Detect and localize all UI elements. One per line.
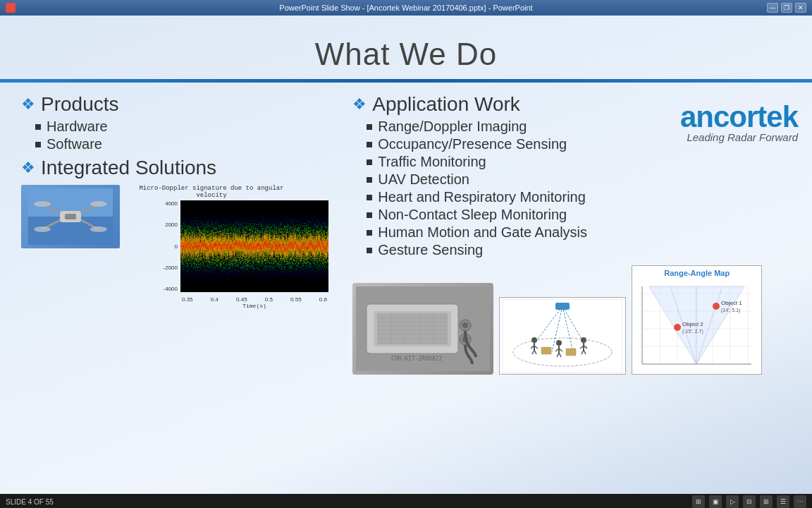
list-item: UAV Detection — [367, 171, 791, 188]
svg-point-79 — [674, 324, 681, 331]
svg-point-8 — [34, 201, 51, 207]
taskbar-icon-5[interactable]: ⊞ — [760, 495, 773, 508]
svg-rect-37 — [555, 303, 570, 310]
bullet-icon — [35, 142, 41, 147]
taskbar-icon-3[interactable]: ▷ — [726, 495, 739, 508]
svg-point-9 — [90, 201, 107, 207]
slide-count: SLIDE 4 OF 55 — [6, 498, 54, 506]
taskbar-icons: ⊞ ▣ ▷ ⊟ ⊞ ☰ ⋯ — [692, 495, 806, 508]
taskbar: SLIDE 4 OF 55 ⊞ ▣ ▷ ⊟ ⊞ ☰ ⋯ — [0, 494, 812, 508]
svg-rect-56 — [541, 347, 551, 354]
drone-image — [21, 185, 120, 248]
list-item: Traffic Monitoring — [367, 154, 791, 170]
yaxis-2000: 2000 — [155, 222, 178, 228]
svg-rect-57 — [566, 349, 576, 356]
svg-point-11 — [90, 226, 107, 232]
bullet-icon — [367, 212, 372, 218]
products-heading: ❖ Products — [21, 93, 338, 116]
restore-button[interactable]: ❐ — [781, 3, 792, 13]
window-title: PowerPoint Slide Show - [Ancortek Webina… — [279, 4, 532, 12]
slide-divider — [0, 79, 812, 83]
spectrogram-canvas — [180, 200, 328, 292]
svg-point-10 — [34, 226, 51, 232]
slide-area: What We Do ancortek Leading Radar Forwar… — [0, 16, 812, 494]
bullet-icon — [367, 230, 372, 236]
taskbar-icon-7[interactable]: ⋯ — [794, 495, 806, 508]
svg-point-50 — [581, 337, 586, 343]
bullet-icon — [35, 124, 41, 130]
bottom-images: COR-KIT-2ROUA22 — [352, 265, 791, 375]
range-angle-title: Range-Angle Map — [635, 269, 758, 277]
svg-rect-3 — [65, 214, 76, 219]
taskbar-icon-1[interactable]: ⊞ — [692, 495, 705, 508]
list-item: Gesture Sensing — [367, 242, 791, 258]
taskbar-icon-2[interactable]: ▣ — [709, 495, 722, 508]
svg-point-76 — [713, 303, 720, 310]
diamond-icon: ❖ — [21, 159, 35, 177]
svg-rect-31 — [503, 299, 622, 373]
bullet-icon — [367, 159, 372, 165]
list-item: Hardware — [35, 119, 338, 135]
taskbar-icon-4[interactable]: ⊟ — [743, 495, 756, 508]
spectrogram-title: Micro-Doppler signature due to angular v… — [127, 185, 296, 199]
window-controls[interactable]: — ❐ ✕ — [767, 3, 806, 13]
products-label: Products — [41, 93, 119, 116]
title-bar: PowerPoint Slide Show - [Ancortek Webina… — [0, 0, 812, 16]
integrated-label: Integrated Solutions — [41, 157, 216, 179]
yaxis-n2000: -2000 — [155, 265, 178, 271]
products-list: Hardware Software — [35, 119, 338, 152]
yaxis-4000: 4000 — [155, 200, 178, 207]
yaxis-0: 0 — [155, 243, 178, 250]
svg-text:COR-KIT-2ROUA22: COR-KIT-2ROUA22 — [391, 356, 442, 362]
diamond-icon: ❖ — [21, 95, 35, 114]
svg-text:(14', 5.1): (14', 5.1) — [721, 308, 740, 313]
bullet-icon — [367, 124, 372, 130]
list-item: Heart and Respiratory Monitoring — [367, 189, 791, 205]
bullet-icon — [367, 248, 372, 253]
bullet-icon — [367, 177, 372, 183]
bullet-icon — [367, 142, 372, 147]
taskbar-icon-6[interactable]: ☰ — [777, 495, 789, 508]
bullet-icon — [367, 195, 372, 200]
list-item: Non-Contact Sleep Monitoring — [367, 207, 791, 223]
app-icon — [6, 3, 16, 13]
svg-text:Object 2: Object 2 — [682, 321, 703, 327]
close-button[interactable]: ✕ — [795, 3, 806, 13]
svg-text:(-15', 2.7): (-15', 2.7) — [682, 329, 703, 334]
app-work-label: Application Work — [372, 93, 520, 116]
list-item: Software — [35, 136, 338, 152]
diamond-icon: ❖ — [352, 95, 367, 114]
slide-title: What We Do — [0, 16, 812, 72]
logo-name: ancortek — [680, 100, 798, 134]
x-axis: 0.35 0.4 0.45 0.5 0.55 0.6 — [180, 296, 328, 303]
svg-point-38 — [531, 337, 537, 343]
motion-tracking-image — [499, 297, 626, 375]
yaxis-n4000: -4000 — [155, 286, 178, 292]
left-images: Micro-Doppler signature due to angular v… — [21, 185, 338, 309]
logo-area: ancortek Leading Radar Forward — [680, 100, 798, 143]
integrated-heading: ❖ Integrated Solutions — [21, 157, 338, 179]
left-column: ❖ Products Hardware Software ❖ Integrate… — [21, 93, 338, 375]
radar-device-image: COR-KIT-2ROUA22 — [352, 283, 493, 375]
svg-text:Object 1: Object 1 — [721, 300, 742, 306]
logo-tagline: Leading Radar Forward — [680, 131, 798, 143]
svg-rect-15 — [377, 313, 448, 344]
list-item: Human Motion and Gate Analysis — [367, 224, 791, 241]
spectrogram-area: Micro-Doppler signature due to angular v… — [127, 185, 296, 309]
svg-point-44 — [556, 340, 562, 346]
x-axis-label: Time(s) — [180, 303, 328, 309]
svg-point-27 — [462, 322, 468, 328]
range-angle-map: Range-Angle Map — [632, 265, 762, 375]
minimize-button[interactable]: — — [767, 3, 778, 13]
